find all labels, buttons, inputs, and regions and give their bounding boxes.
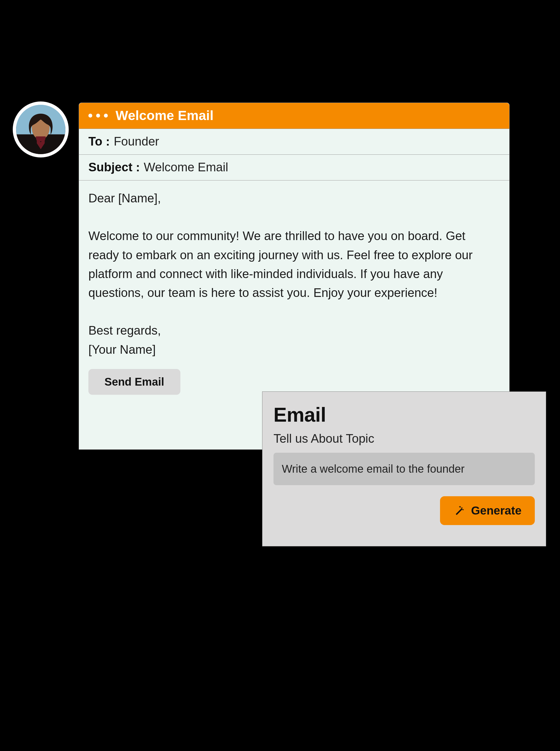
to-row: To : Founder <box>79 129 509 155</box>
subject-value[interactable]: Welcome Email <box>144 160 228 174</box>
prompt-heading: Email <box>274 403 535 426</box>
subject-row: Subject : Welcome Email <box>79 155 509 180</box>
email-header: Welcome Email <box>79 103 509 129</box>
subject-label: Subject : <box>88 160 140 174</box>
window-dot <box>88 114 92 118</box>
window-dots <box>88 114 108 118</box>
to-value[interactable]: Founder <box>114 135 159 148</box>
topic-input[interactable] <box>274 453 535 485</box>
window-dot <box>104 114 108 118</box>
avatar-image <box>16 105 65 154</box>
generate-email-panel: Email Tell us About Topic Generate <box>262 392 546 547</box>
email-header-title: Welcome Email <box>116 108 214 123</box>
avatar <box>13 101 69 157</box>
email-body[interactable]: Dear [Name], Welcome to our community! W… <box>79 180 509 367</box>
generate-button-label: Generate <box>471 504 521 517</box>
generate-button[interactable]: Generate <box>440 496 535 525</box>
to-label: To : <box>88 135 110 148</box>
window-dot <box>96 114 100 118</box>
prompt-subheading: Tell us About Topic <box>274 432 535 446</box>
magic-wand-icon <box>453 505 465 516</box>
send-email-button[interactable]: Send Email <box>88 369 180 395</box>
